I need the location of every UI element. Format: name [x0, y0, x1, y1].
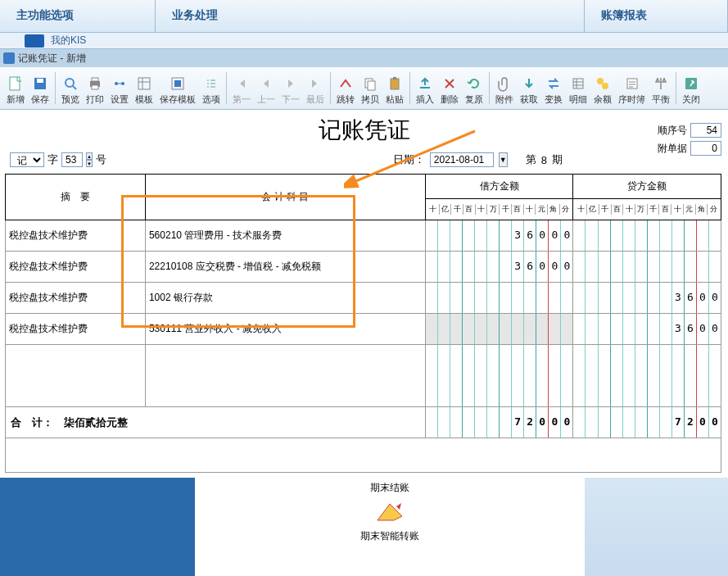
seq-input[interactable] — [690, 123, 721, 138]
debit-digits: 十亿千百十万千百十元角分 — [425, 199, 573, 220]
detail-button[interactable]: 明细 — [566, 69, 590, 107]
svg-rect-5 — [92, 78, 98, 81]
balanced-button[interactable]: 平衡 — [649, 69, 673, 107]
voucher-title: 记账凭证 — [0, 110, 728, 149]
debit-cell[interactable]: 36000 — [425, 220, 573, 252]
balance-button[interactable]: 余额 — [590, 69, 615, 107]
summary-cell[interactable]: 税控盘技术维护费 — [6, 252, 146, 283]
attach-button[interactable]: 附件 — [492, 69, 517, 107]
save-template-button[interactable]: 保存模板 — [156, 69, 199, 107]
copy-button[interactable]: 拷贝 — [358, 69, 382, 107]
svg-point-19 — [602, 83, 608, 89]
bottom-bar: 期末结账 期末智能转账 — [0, 478, 728, 576]
save-button[interactable]: 保存 — [28, 69, 52, 107]
svg-rect-16 — [420, 87, 430, 88]
options-button[interactable]: 选项 — [199, 69, 224, 107]
template-button[interactable]: 模板 — [132, 69, 156, 107]
main-tabs: 主功能选项 业务处理 账簿报表 — [0, 0, 728, 33]
svg-rect-9 — [138, 78, 150, 89]
jump-button[interactable]: 跳转 — [333, 69, 358, 107]
insert-button[interactable]: 插入 — [413, 69, 437, 107]
table-row[interactable]: 税控盘技术维护费560210 管理费用 - 技术服务费36000 — [6, 220, 721, 252]
period-no: 8 — [541, 154, 547, 166]
svg-point-3 — [66, 79, 74, 87]
paste-button[interactable]: 粘贴 — [382, 69, 407, 107]
sub-row: 我的KIS — [0, 33, 728, 49]
period-suffix: 期 — [552, 152, 563, 167]
table-row[interactable]: 税控盘技术维护费530111 营业外收入 - 减免收入3600 — [6, 314, 721, 345]
debit-cell[interactable]: 36000 — [425, 252, 573, 283]
meta-right: 顺序号 附单据 — [658, 123, 721, 156]
convert-button[interactable]: 变换 — [541, 69, 566, 107]
prev-button[interactable]: 上一 — [254, 69, 278, 107]
credit-cell[interactable] — [573, 252, 721, 283]
svg-rect-13 — [368, 81, 375, 90]
account-cell[interactable]: 22210108 应交税费 - 增值税 - 减免税额 — [145, 252, 425, 283]
credit-cell[interactable]: 3600 — [573, 314, 721, 345]
first-button[interactable]: 第一 — [229, 69, 254, 107]
credit-cell[interactable] — [573, 220, 721, 252]
debit-cell[interactable] — [425, 314, 573, 345]
bottom-center: 期末结账 期末智能转账 — [195, 478, 585, 576]
voucher-no-input[interactable] — [61, 152, 83, 167]
date-input[interactable] — [430, 152, 494, 167]
toolbar: 新增 保存 预览 打印 设置 模板 保存模板 选项 第一 上一 下一 最后 跳转… — [0, 67, 728, 110]
restore-button[interactable]: 复原 — [462, 69, 486, 107]
table-row[interactable]: 税控盘技术维护费22210108 应交税费 - 增值税 - 减免税额36000 — [6, 252, 721, 283]
svg-rect-11 — [174, 80, 181, 87]
kis-icon — [25, 34, 44, 48]
col-account: 会 计 科 目 — [145, 175, 425, 220]
summary-cell[interactable]: 税控盘技术维护费 — [6, 220, 146, 252]
attach-input[interactable] — [690, 141, 721, 156]
svg-rect-2 — [37, 79, 43, 83]
col-debit: 借方金额 — [425, 175, 573, 199]
account-cell[interactable]: 1002 银行存款 — [145, 283, 425, 314]
meta-row: 记 字 ▲▼ 号 日期： ▼ 第 8 期 — [0, 149, 728, 170]
voucher-table: 摘 要 会 计 科 目 借方金额 贷方金额 十亿千百十万千百十元角分 十亿千百十… — [5, 174, 721, 473]
tab-reports[interactable]: 账簿报表 — [585, 0, 728, 32]
table-row[interactable]: 税控盘技术维护费1002 银行存款3600 — [6, 283, 721, 314]
tab-biz[interactable]: 业务处理 — [156, 0, 585, 32]
closing-label[interactable]: 期末结账 — [370, 481, 409, 495]
period-prefix: 第 — [526, 152, 536, 167]
spin-down[interactable]: ▼ — [86, 160, 93, 167]
tab-main[interactable]: 主功能选项 — [0, 0, 156, 32]
summary-cell[interactable]: 税控盘技术维护费 — [6, 283, 146, 314]
bottom-blue-panel — [0, 478, 195, 576]
kis-label[interactable]: 我的KIS — [51, 34, 86, 48]
attach-label: 附单据 — [658, 142, 687, 156]
date-picker-icon[interactable]: ▼ — [499, 152, 508, 167]
window-titlebar: 记账凭证 - 新增 — [0, 49, 728, 67]
print-button[interactable]: 打印 — [83, 69, 107, 107]
smart-label[interactable]: 期末智能转账 — [360, 529, 419, 543]
preview-button[interactable]: 预览 — [58, 69, 83, 107]
new-button[interactable]: 新增 — [3, 69, 28, 107]
prefix-select[interactable]: 记 — [10, 152, 44, 167]
svg-rect-15 — [393, 77, 396, 79]
account-cell[interactable]: 560210 管理费用 - 技术服务费 — [145, 220, 425, 252]
credit-digits: 十亿千百十万千百十元角分 — [573, 199, 721, 220]
credit-cell[interactable]: 3600 — [573, 283, 721, 314]
svg-point-18 — [597, 78, 604, 84]
account-cell[interactable]: 530111 营业外收入 - 减免收入 — [145, 314, 425, 345]
debit-cell[interactable] — [425, 283, 573, 314]
settings-button[interactable]: 设置 — [107, 69, 132, 107]
svg-rect-17 — [573, 79, 583, 88]
sequence-button[interactable]: 序时簿 — [615, 69, 649, 107]
closing-icon[interactable] — [373, 500, 406, 524]
seq-label: 顺序号 — [658, 124, 687, 138]
summary-cell[interactable]: 税控盘技术维护费 — [6, 314, 146, 345]
last-button[interactable]: 最后 — [303, 69, 328, 107]
close-button[interactable]: 关闭 — [679, 69, 703, 107]
col-credit: 贷方金额 — [573, 175, 721, 199]
spin-up[interactable]: ▲ — [86, 152, 93, 160]
bottom-right-panel — [585, 478, 728, 576]
window-title: 记账凭证 - 新增 — [18, 52, 86, 66]
fetch-button[interactable]: 获取 — [517, 69, 541, 107]
delete-button[interactable]: 删除 — [437, 69, 462, 107]
col-summary: 摘 要 — [6, 175, 146, 220]
next-button[interactable]: 下一 — [278, 69, 303, 107]
zi-label: 字 — [47, 152, 58, 167]
svg-rect-14 — [391, 79, 399, 89]
svg-rect-21 — [685, 78, 697, 89]
